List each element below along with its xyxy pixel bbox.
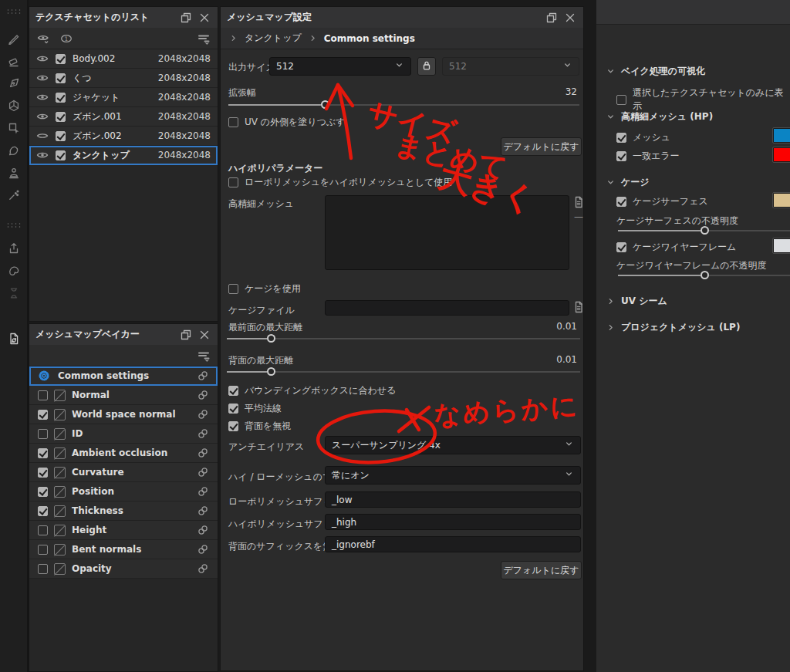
close-icon[interactable]: [198, 328, 211, 342]
mesh-map-row[interactable]: Opacity: [29, 559, 218, 579]
mesh-map-row[interactable]: Height: [29, 521, 218, 540]
eraser-tool[interactable]: [5, 52, 23, 70]
texture-set-checkbox[interactable]: [56, 131, 66, 141]
visibility-eye-icon[interactable]: [36, 149, 49, 161]
slider-thumb[interactable]: [267, 334, 275, 343]
link-icon[interactable]: [197, 543, 209, 555]
link-icon[interactable]: [197, 466, 209, 478]
slider-thumb[interactable]: [701, 226, 709, 235]
projection-tool[interactable]: [5, 74, 23, 93]
texture-set-row[interactable]: ジャケット 2048x2048: [29, 88, 218, 107]
reset-defaults-button[interactable]: デフォルトに戻す: [501, 137, 582, 156]
filter-icon[interactable]: [198, 32, 210, 45]
history-tool[interactable]: [5, 284, 23, 302]
cage-section[interactable]: ケージ: [606, 176, 650, 189]
link-icon[interactable]: [197, 389, 209, 401]
texture-set-checkbox[interactable]: [56, 150, 66, 160]
solo-view-icon[interactable]: 1: [60, 32, 73, 45]
undock-icon[interactable]: [179, 11, 193, 25]
checkbox[interactable]: [228, 386, 238, 396]
mesh-map-checkbox[interactable]: [38, 410, 48, 420]
visibility-eye-icon[interactable]: [36, 130, 49, 142]
close-icon[interactable]: [563, 11, 577, 25]
output-size-dropdown[interactable]: 512: [269, 57, 411, 76]
mesh-map-row[interactable]: Thickness: [29, 501, 218, 521]
checkbox[interactable]: [616, 151, 626, 161]
mesh-map-checkbox[interactable]: [38, 448, 48, 458]
ignore-backface-suffix-input[interactable]: _ignorebf: [325, 536, 581, 552]
export-tool[interactable]: [5, 239, 23, 258]
output-size-linked-dropdown[interactable]: 512: [442, 57, 579, 76]
texture-set-checkbox[interactable]: [56, 112, 66, 122]
checkbox[interactable]: [228, 177, 238, 187]
smudge-tool[interactable]: [5, 141, 23, 160]
checkbox[interactable]: [616, 242, 626, 252]
checkbox[interactable]: [616, 197, 626, 207]
mesh-map-row[interactable]: World space normal: [29, 405, 218, 424]
link-icon[interactable]: [197, 370, 209, 382]
texture-set-row[interactable]: ズボン.002 2048x2048: [29, 127, 218, 146]
common-settings-row[interactable]: Common settings: [29, 366, 218, 386]
breadcrumb-texture-set[interactable]: タンクトップ: [245, 32, 302, 45]
max-rear-distance-slider[interactable]: [227, 367, 580, 377]
visibility-eye-icon[interactable]: [36, 52, 49, 65]
mesh-map-checkbox[interactable]: [38, 564, 48, 574]
texture-set-row[interactable]: Body.002 2048x2048: [29, 49, 218, 69]
link-icon[interactable]: [197, 524, 209, 536]
lock-aspect-button[interactable]: [417, 57, 436, 76]
link-icon[interactable]: [197, 447, 209, 459]
undock-icon[interactable]: [179, 328, 193, 342]
texture-set-checkbox[interactable]: [56, 73, 66, 83]
lowpoly-suffix-input[interactable]: _low: [325, 491, 581, 508]
filter-icon[interactable]: [198, 350, 210, 362]
drag-handle-dots[interactable]: [6, 8, 22, 15]
match-error-color-swatch[interactable]: [773, 147, 790, 162]
antialiasing-dropdown[interactable]: スーパーサンプリング 4x: [325, 436, 581, 454]
hp-mesh-section[interactable]: 高精細メッシュ (HP): [606, 110, 713, 123]
texture-set-row[interactable]: くつ 2048x2048: [29, 69, 218, 88]
cage-surface-color-swatch[interactable]: [773, 193, 790, 208]
uv-fill-checkbox-row[interactable]: UV の外側を塗りつぶす: [228, 116, 346, 129]
cage-wireframe-opacity-slider[interactable]: [618, 271, 790, 280]
matching-dropdown[interactable]: 常にオン: [325, 466, 581, 485]
link-icon[interactable]: [197, 427, 209, 440]
checkbox[interactable]: [228, 421, 238, 431]
close-icon[interactable]: [198, 11, 211, 25]
undock-icon[interactable]: [545, 11, 559, 25]
highpoly-suffix-input[interactable]: _high: [325, 514, 581, 530]
mesh-map-checkbox[interactable]: [38, 545, 48, 555]
texture-set-checkbox[interactable]: [56, 54, 66, 64]
particle-tool[interactable]: [5, 186, 23, 204]
mesh-map-checkbox[interactable]: [38, 506, 48, 516]
visibility-eye-icon[interactable]: [36, 72, 49, 84]
texture-set-checkbox[interactable]: [56, 93, 66, 103]
slider-thumb[interactable]: [321, 100, 329, 109]
show-selected-only-row[interactable]: 選択したテクスチャセットのみに表示: [616, 86, 790, 113]
slider-thumb[interactable]: [701, 271, 709, 279]
match-error-color-row[interactable]: 一致エラー: [616, 150, 680, 163]
cage-file-input[interactable]: [325, 300, 569, 316]
mesh-map-checkbox[interactable]: [38, 487, 48, 497]
mesh-map-checkbox[interactable]: [38, 429, 48, 439]
bake-visualization-section[interactable]: ベイク処理の可視化: [606, 65, 705, 78]
file-browse-icon[interactable]: [572, 301, 585, 313]
polygon-fill-tool[interactable]: [5, 119, 23, 137]
mesh-map-checkbox[interactable]: [38, 525, 48, 535]
remove-item-icon[interactable]: —: [574, 211, 583, 222]
mesh-map-row[interactable]: Bent normals: [29, 540, 218, 559]
ignore-backface-checkbox-row[interactable]: 背面を無視: [228, 420, 291, 433]
project-mesh-section[interactable]: プロジェクトメッシュ (LP): [606, 321, 740, 334]
texture-set-row[interactable]: タンクトップ 2048x2048: [29, 146, 218, 165]
link-icon[interactable]: [197, 562, 209, 575]
uv-seam-section[interactable]: UV シーム: [606, 295, 667, 308]
highdef-meshes-list[interactable]: [325, 195, 569, 270]
checkbox[interactable]: [228, 404, 238, 414]
slider-thumb[interactable]: [267, 367, 275, 376]
baker-tool[interactable]: [5, 329, 23, 348]
dilation-slider[interactable]: [228, 100, 579, 110]
reset-defaults-button[interactable]: デフォルトに戻す: [501, 561, 582, 579]
geometry-fill-tool[interactable]: [5, 96, 23, 115]
cage-wireframe-color-swatch[interactable]: [773, 238, 790, 253]
link-icon[interactable]: [197, 485, 209, 498]
mesh-map-checkbox[interactable]: [38, 468, 48, 478]
